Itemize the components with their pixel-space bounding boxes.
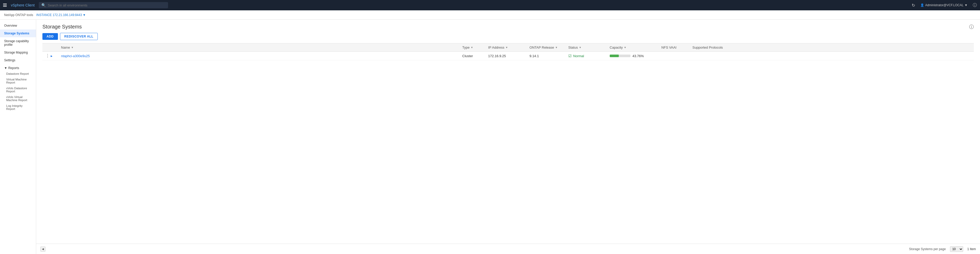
- col-header-name[interactable]: Name ▼: [58, 43, 459, 52]
- app-name: vSphere Client: [11, 3, 35, 7]
- status-normal-icon: ☑: [568, 54, 572, 58]
- row-ip-cell: 172.16.9.25: [485, 52, 527, 60]
- collapse-sidebar-button[interactable]: ◀: [40, 246, 46, 252]
- row-status-cell: ☑ Normal: [565, 52, 607, 60]
- sidebar-item-storage-mapping[interactable]: Storage Mapping: [0, 49, 36, 56]
- sidebar-storage-systems-label: Storage Systems: [4, 32, 29, 35]
- instance-link[interactable]: INSTANCE 172.21.166.149:8443 ▼: [36, 13, 86, 17]
- search-box[interactable]: 🔍: [39, 2, 168, 8]
- capacity-label: 43.76%: [633, 54, 644, 58]
- vm-report-label: Virtual Machine Report: [6, 78, 27, 84]
- row-context-menu-icon[interactable]: ⋮: [46, 54, 49, 58]
- per-page-select[interactable]: 10 25 50 100: [950, 246, 963, 252]
- sidebar-item-vvols-datastore-report[interactable]: vVols Datastore Report: [0, 85, 36, 94]
- refresh-icon[interactable]: ↻: [912, 3, 915, 8]
- col-header-ip[interactable]: IP Address ▼: [485, 43, 527, 52]
- log-integrity-report-label: Log Integrity Report: [6, 104, 22, 110]
- vvols-vm-report-label: vVols Virtual Machine Report: [6, 96, 27, 102]
- col-header-capacity[interactable]: Capacity ▼: [607, 43, 658, 52]
- sidebar-item-settings[interactable]: Settings: [0, 56, 36, 64]
- table-row: ⋮ ▸ ntaphci-a300e9u25 Cluster 172.16.9.2…: [42, 52, 974, 60]
- type-filter-icon: ▼: [471, 46, 473, 49]
- col-header-status[interactable]: Status ▼: [565, 43, 607, 52]
- rediscover-all-button[interactable]: REDISCOVER ALL: [60, 33, 98, 40]
- hamburger-menu[interactable]: [3, 4, 7, 7]
- capacity-bar: [610, 54, 630, 57]
- row-actions-cell: ⋮ ▸: [42, 52, 58, 60]
- capacity-bar-container: 43.76%: [610, 54, 655, 58]
- sidebar-settings-label: Settings: [4, 59, 15, 62]
- page-title: Storage Systems: [42, 24, 82, 30]
- footer-right: Storage Systems per page 10 25 50 100 1 …: [909, 246, 976, 252]
- sidebar-item-storage-capability-profile[interactable]: Storage capability profile: [0, 37, 36, 49]
- capacity-fill: [610, 54, 619, 57]
- main-content: Storage Systems ⓘ ADD REDISCOVER ALL Nam…: [36, 20, 980, 254]
- item-count: 1 Item: [967, 247, 976, 251]
- col-header-nfs[interactable]: NFS VAAI: [658, 43, 689, 52]
- add-button[interactable]: ADD: [42, 33, 58, 40]
- sidebar-reports-label: Reports: [8, 66, 19, 70]
- sidebar-item-vm-report[interactable]: Virtual Machine Report: [0, 77, 36, 85]
- col-header-actions: [42, 43, 58, 52]
- instance-label: INSTANCE 172.21.166.149:8443: [36, 13, 82, 17]
- row-ontap-cell: 9.14.1: [527, 52, 565, 60]
- user-menu[interactable]: 👤 Administrator@VCF.LOCAL ▼: [920, 3, 967, 7]
- row-name-cell: ntaphci-a300e9u25: [58, 52, 459, 60]
- sidebar-item-log-integrity-report[interactable]: Log Integrity Report: [0, 103, 36, 112]
- name-filter-icon: ▼: [71, 46, 74, 49]
- storage-systems-table: Name ▼ Type ▼ IP Address: [42, 43, 974, 60]
- row-protocols-cell: [689, 52, 974, 60]
- sidebar-capability-label: Storage capability profile: [4, 39, 32, 46]
- sidebar-overview-label: Overview: [4, 24, 17, 27]
- sidebar-reports-section[interactable]: ▼ Reports: [0, 64, 36, 71]
- sidebar-item-storage-systems[interactable]: Storage Systems: [0, 29, 36, 37]
- breadcrumb-app-title: NetApp ONTAP tools: [4, 13, 33, 17]
- table-header-row: Name ▼ Type ▼ IP Address: [42, 43, 974, 52]
- page-header: Storage Systems ⓘ: [36, 20, 980, 33]
- col-header-type[interactable]: Type ▼: [459, 43, 485, 52]
- status-normal: ☑ Normal: [568, 54, 603, 58]
- row-ontap-value: 9.14.1: [530, 54, 539, 58]
- col-header-ontap[interactable]: ONTAP Release ▼: [527, 43, 565, 52]
- row-ip-value: 172.16.9.25: [488, 54, 506, 58]
- status-value: Normal: [573, 54, 584, 58]
- main-layout: Overview Storage Systems Storage capabil…: [0, 20, 980, 254]
- status-filter-icon: ▼: [579, 46, 582, 49]
- row-type-cell: Cluster: [459, 52, 485, 60]
- row-nfs-cell: [658, 52, 689, 60]
- instance-chevron-icon: ▼: [83, 13, 86, 17]
- datastore-report-label: Datastore Report: [6, 72, 29, 75]
- vvols-ds-report-label: vVols Datastore Report: [6, 87, 27, 93]
- col-header-protocols[interactable]: Supported Protocols: [689, 43, 974, 52]
- table-footer: ◀ Storage Systems per page 10 25 50 100 …: [36, 244, 980, 254]
- top-nav-right: ↻ 👤 Administrator@VCF.LOCAL ▼ ⓘ: [912, 3, 977, 8]
- search-icon: 🔍: [41, 3, 46, 7]
- per-page-label: Storage Systems per page: [909, 247, 946, 251]
- footer-left: ◀: [40, 246, 46, 252]
- capacity-filter-icon: ▼: [624, 46, 626, 49]
- user-icon: 👤: [920, 3, 924, 7]
- user-chevron-icon: ▼: [964, 3, 967, 7]
- ontap-filter-icon: ▼: [555, 46, 558, 49]
- help-icon[interactable]: ⓘ: [973, 3, 977, 8]
- sidebar-item-vvols-vm-report[interactable]: vVols Virtual Machine Report: [0, 94, 36, 103]
- search-input[interactable]: [48, 3, 165, 7]
- ip-filter-icon: ▼: [505, 46, 508, 49]
- table-container: Name ▼ Type ▼ IP Address: [36, 43, 980, 60]
- row-name-link[interactable]: ntaphci-a300e9u25: [61, 54, 90, 58]
- row-capacity-cell: 43.76%: [607, 52, 658, 60]
- sidebar: Overview Storage Systems Storage capabil…: [0, 20, 36, 254]
- breadcrumb-bar: NetApp ONTAP tools INSTANCE 172.21.166.1…: [0, 10, 980, 20]
- sidebar-mapping-label: Storage Mapping: [4, 51, 28, 54]
- top-nav: vSphere Client 🔍 ↻ 👤 Administrator@VCF.L…: [0, 0, 980, 10]
- reports-chevron-icon: ▼: [4, 66, 7, 70]
- page-help-icon[interactable]: ⓘ: [969, 24, 974, 30]
- sidebar-item-datastore-report[interactable]: Datastore Report: [0, 71, 36, 77]
- username: Administrator@VCF.LOCAL: [925, 3, 964, 7]
- row-type-value: Cluster: [462, 54, 473, 58]
- row-expand-icon[interactable]: ▸: [51, 54, 52, 58]
- row-actions: ⋮ ▸: [46, 54, 55, 58]
- sidebar-item-overview[interactable]: Overview: [0, 22, 36, 29]
- toolbar: ADD REDISCOVER ALL: [36, 33, 980, 43]
